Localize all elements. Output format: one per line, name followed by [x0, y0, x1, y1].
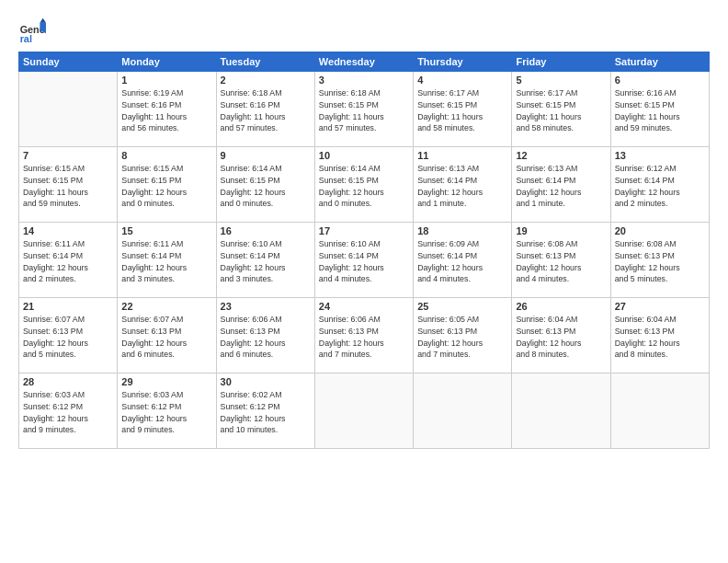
day-number: 13: [615, 150, 705, 161]
cell-info: Sunrise: 6:02 AM Sunset: 6:12 PM Dayligh…: [221, 389, 311, 436]
day-number: 24: [319, 301, 409, 312]
day-number: 30: [221, 376, 311, 387]
calendar-cell: 11Sunrise: 6:13 AM Sunset: 6:14 PM Dayli…: [414, 147, 512, 223]
cell-info: Sunrise: 6:19 AM Sunset: 6:16 PM Dayligh…: [121, 87, 211, 134]
calendar-cell: 20Sunrise: 6:08 AM Sunset: 6:13 PM Dayli…: [610, 223, 709, 298]
cell-info: Sunrise: 6:05 AM Sunset: 6:13 PM Dayligh…: [417, 314, 507, 361]
calendar-cell: 4Sunrise: 6:17 AM Sunset: 6:15 PM Daylig…: [414, 72, 512, 147]
calendar-cell: 10Sunrise: 6:14 AM Sunset: 6:15 PM Dayli…: [314, 147, 413, 223]
col-header-monday: Monday: [118, 52, 216, 72]
calendar-week-5: 28Sunrise: 6:03 AM Sunset: 6:12 PM Dayli…: [19, 373, 710, 449]
calendar-cell: 5Sunrise: 6:17 AM Sunset: 6:15 PM Daylig…: [512, 72, 610, 147]
cell-info: Sunrise: 6:11 AM Sunset: 6:14 PM Dayligh…: [23, 238, 113, 285]
calendar-cell: 14Sunrise: 6:11 AM Sunset: 6:14 PM Dayli…: [19, 223, 118, 298]
cell-info: Sunrise: 6:14 AM Sunset: 6:15 PM Dayligh…: [319, 163, 409, 210]
cell-info: Sunrise: 6:03 AM Sunset: 6:12 PM Dayligh…: [23, 389, 113, 436]
cell-info: Sunrise: 6:13 AM Sunset: 6:14 PM Dayligh…: [516, 163, 606, 210]
day-number: 16: [221, 225, 311, 236]
day-number: 5: [516, 75, 606, 86]
cell-info: Sunrise: 6:06 AM Sunset: 6:13 PM Dayligh…: [221, 314, 311, 361]
calendar-cell: 16Sunrise: 6:10 AM Sunset: 6:14 PM Dayli…: [216, 223, 314, 298]
day-number: 1: [121, 75, 211, 86]
calendar-cell: 12Sunrise: 6:13 AM Sunset: 6:14 PM Dayli…: [512, 147, 610, 223]
cell-info: Sunrise: 6:18 AM Sunset: 6:16 PM Dayligh…: [221, 87, 311, 134]
col-header-wednesday: Wednesday: [314, 52, 413, 72]
day-number: 10: [319, 150, 409, 161]
cell-info: Sunrise: 6:08 AM Sunset: 6:13 PM Dayligh…: [615, 238, 705, 285]
calendar-week-1: 1Sunrise: 6:19 AM Sunset: 6:16 PM Daylig…: [19, 72, 710, 147]
cell-info: Sunrise: 6:18 AM Sunset: 6:15 PM Dayligh…: [319, 87, 409, 134]
calendar-cell: 19Sunrise: 6:08 AM Sunset: 6:13 PM Dayli…: [512, 223, 610, 298]
calendar-cell: 23Sunrise: 6:06 AM Sunset: 6:13 PM Dayli…: [216, 298, 314, 373]
cell-info: Sunrise: 6:15 AM Sunset: 6:15 PM Dayligh…: [121, 163, 211, 210]
day-number: 12: [516, 150, 606, 161]
logo: Gene ral: [18, 17, 50, 44]
calendar-cell: 26Sunrise: 6:04 AM Sunset: 6:13 PM Dayli…: [512, 298, 610, 373]
day-number: 11: [417, 150, 507, 161]
calendar-cell: 22Sunrise: 6:07 AM Sunset: 6:13 PM Dayli…: [118, 298, 216, 373]
col-header-thursday: Thursday: [414, 52, 512, 72]
calendar-cell: 21Sunrise: 6:07 AM Sunset: 6:13 PM Dayli…: [19, 298, 118, 373]
calendar-cell: 29Sunrise: 6:03 AM Sunset: 6:12 PM Dayli…: [118, 373, 216, 449]
day-number: 4: [417, 75, 507, 86]
logo-icon: Gene ral: [18, 17, 46, 44]
page-header: Gene ral: [18, 17, 710, 44]
day-number: 19: [516, 225, 606, 236]
col-header-friday: Friday: [512, 52, 610, 72]
cell-info: Sunrise: 6:11 AM Sunset: 6:14 PM Dayligh…: [121, 238, 211, 285]
day-number: 26: [516, 301, 606, 312]
col-header-tuesday: Tuesday: [216, 52, 314, 72]
calendar-cell: 6Sunrise: 6:16 AM Sunset: 6:15 PM Daylig…: [610, 72, 709, 147]
svg-text:ral: ral: [20, 33, 32, 44]
col-header-saturday: Saturday: [610, 52, 709, 72]
cell-info: Sunrise: 6:09 AM Sunset: 6:14 PM Dayligh…: [417, 238, 507, 285]
calendar-header-row: SundayMondayTuesdayWednesdayThursdayFrid…: [19, 52, 710, 72]
calendar-cell: 2Sunrise: 6:18 AM Sunset: 6:16 PM Daylig…: [216, 72, 314, 147]
calendar-cell: 8Sunrise: 6:15 AM Sunset: 6:15 PM Daylig…: [118, 147, 216, 223]
svg-marker-3: [40, 18, 46, 23]
cell-info: Sunrise: 6:15 AM Sunset: 6:15 PM Dayligh…: [23, 163, 113, 210]
calendar-cell: [314, 373, 413, 449]
day-number: 2: [221, 75, 311, 86]
cell-info: Sunrise: 6:03 AM Sunset: 6:12 PM Dayligh…: [121, 389, 211, 436]
day-number: 14: [23, 225, 113, 236]
day-number: 21: [23, 301, 113, 312]
calendar-cell: [19, 72, 118, 147]
calendar-cell: 7Sunrise: 6:15 AM Sunset: 6:15 PM Daylig…: [19, 147, 118, 223]
calendar-cell: 1Sunrise: 6:19 AM Sunset: 6:16 PM Daylig…: [118, 72, 216, 147]
cell-info: Sunrise: 6:16 AM Sunset: 6:15 PM Dayligh…: [615, 87, 705, 134]
cell-info: Sunrise: 6:07 AM Sunset: 6:13 PM Dayligh…: [121, 314, 211, 361]
day-number: 27: [615, 301, 705, 312]
cell-info: Sunrise: 6:04 AM Sunset: 6:13 PM Dayligh…: [516, 314, 606, 361]
calendar-cell: 13Sunrise: 6:12 AM Sunset: 6:14 PM Dayli…: [610, 147, 709, 223]
calendar-cell: 27Sunrise: 6:04 AM Sunset: 6:13 PM Dayli…: [610, 298, 709, 373]
calendar-cell: 28Sunrise: 6:03 AM Sunset: 6:12 PM Dayli…: [19, 373, 118, 449]
day-number: 17: [319, 225, 409, 236]
calendar-week-3: 14Sunrise: 6:11 AM Sunset: 6:14 PM Dayli…: [19, 223, 710, 298]
day-number: 6: [615, 75, 705, 86]
calendar-week-4: 21Sunrise: 6:07 AM Sunset: 6:13 PM Dayli…: [19, 298, 710, 373]
day-number: 22: [121, 301, 211, 312]
cell-info: Sunrise: 6:10 AM Sunset: 6:14 PM Dayligh…: [319, 238, 409, 285]
day-number: 18: [417, 225, 507, 236]
calendar-cell: 9Sunrise: 6:14 AM Sunset: 6:15 PM Daylig…: [216, 147, 314, 223]
calendar-cell: [512, 373, 610, 449]
day-number: 9: [221, 150, 311, 161]
day-number: 8: [121, 150, 211, 161]
cell-info: Sunrise: 6:17 AM Sunset: 6:15 PM Dayligh…: [516, 87, 606, 134]
cell-info: Sunrise: 6:10 AM Sunset: 6:14 PM Dayligh…: [221, 238, 311, 285]
day-number: 23: [221, 301, 311, 312]
calendar-table: SundayMondayTuesdayWednesdayThursdayFrid…: [18, 52, 710, 449]
day-number: 7: [23, 150, 113, 161]
calendar-cell: 25Sunrise: 6:05 AM Sunset: 6:13 PM Dayli…: [414, 298, 512, 373]
col-header-sunday: Sunday: [19, 52, 118, 72]
calendar-cell: 15Sunrise: 6:11 AM Sunset: 6:14 PM Dayli…: [118, 223, 216, 298]
calendar-cell: 30Sunrise: 6:02 AM Sunset: 6:12 PM Dayli…: [216, 373, 314, 449]
calendar-week-2: 7Sunrise: 6:15 AM Sunset: 6:15 PM Daylig…: [19, 147, 710, 223]
cell-info: Sunrise: 6:13 AM Sunset: 6:14 PM Dayligh…: [417, 163, 507, 210]
cell-info: Sunrise: 6:17 AM Sunset: 6:15 PM Dayligh…: [417, 87, 507, 134]
calendar-cell: 18Sunrise: 6:09 AM Sunset: 6:14 PM Dayli…: [414, 223, 512, 298]
calendar-cell: [610, 373, 709, 449]
cell-info: Sunrise: 6:08 AM Sunset: 6:13 PM Dayligh…: [516, 238, 606, 285]
day-number: 28: [23, 376, 113, 387]
